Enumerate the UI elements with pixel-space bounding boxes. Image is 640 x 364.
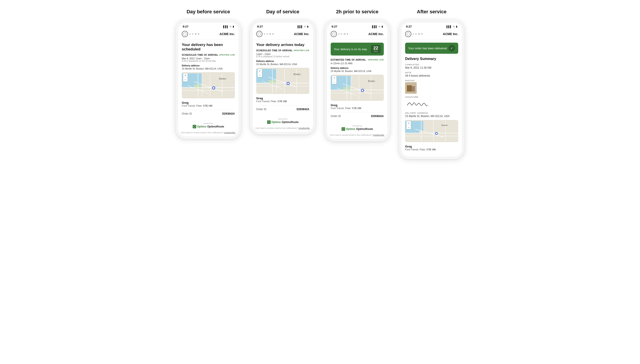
svg-text:Boston: Boston (368, 80, 375, 82)
optimo-text-3: Optimo (346, 128, 355, 130)
unsubscribe-link-2[interactable]: Unsubscribe. (298, 127, 310, 129)
optimo-route-2: OptimoRoute (282, 120, 299, 124)
map-controls-1[interactable]: + − (183, 74, 188, 82)
status-icons-2: ▌▌▌ ∿ ▮ (298, 25, 308, 28)
company-name-3: ACME Inc. (368, 32, 384, 36)
optimo-logo-3: OptimoOptimoRoute (327, 127, 387, 131)
app-logo-1: A C M E (182, 31, 200, 37)
logo-text-3: A C M E (338, 33, 349, 35)
logo-circle-2 (256, 31, 262, 37)
order-id-value-3: D293842A (371, 114, 384, 118)
map-controls-4[interactable]: + − (406, 121, 411, 129)
unsubscribe-text-2: Don't want to receive email or text noti… (256, 127, 298, 129)
svg-point-43 (362, 90, 363, 91)
svg-point-28 (287, 82, 289, 84)
unsubscribe-text-3: Don't want to receive email or text noti… (330, 134, 372, 136)
phone-section-1: Day before service 9:27 ▌▌▌ ∿ ▮ (176, 9, 241, 139)
order-id-value-1: D293842A (222, 112, 235, 115)
status-time-1: 9:27 (183, 25, 188, 28)
map-zoom-in-3[interactable]: + (332, 76, 336, 80)
order-row-3: Order ID D293842A (331, 112, 384, 120)
map-zoom-out-2[interactable]: − (258, 73, 262, 77)
driver-info-1: Greg Ford Transit, Plate: C7E U6I (182, 101, 235, 107)
optimo-icon-2 (267, 120, 271, 124)
order-id-label-2: Order ID (256, 108, 266, 111)
updated-live-3: UPDATED LIVE (368, 59, 384, 61)
optimo-icon-inner-1 (193, 126, 196, 128)
main-title-1: Your delivery has been scheduled (182, 43, 235, 52)
map-zoom-in-4[interactable]: + (406, 121, 411, 125)
map-3: Boston + − (331, 74, 384, 101)
delivery-address-value-4: 15 Myrtle St, Boston, MA 02114, USA (405, 114, 458, 118)
powered-by-1: powered by OptimoOptimoRoute (178, 120, 238, 130)
map-zoom-in-1[interactable]: + (183, 74, 188, 78)
svg-rect-46 (407, 85, 412, 89)
svg-rect-48 (407, 89, 412, 92)
note-value: All 4 boxes delivered. (405, 74, 458, 77)
address-label-1: Delivery address (182, 64, 235, 67)
unsubscribe-row-1: Don't want to receive email or text noti… (178, 130, 238, 136)
map-1: Boston + − (182, 72, 235, 98)
status-bar-3: 9:27 ▌▌▌ ∿ ▮ (327, 23, 387, 29)
map-zoom-out-4[interactable]: − (406, 125, 411, 129)
unsubscribe-row-2: Don't want to receive email or text noti… (253, 126, 313, 132)
status-time-2: 9:27 (257, 25, 263, 28)
unsubscribe-link-3[interactable]: Unsubscribe. (373, 134, 385, 136)
map-svg-2: Boston (256, 68, 309, 94)
section-title-2: Day of service (266, 9, 299, 15)
svg-point-13 (213, 87, 214, 88)
photo-thumb (405, 82, 417, 94)
map-controls-3[interactable]: + − (332, 76, 336, 84)
status-bar-4: 9:27 ▌▌▌ ∿ ▮ (402, 23, 462, 29)
status-time-3: 9:27 (332, 25, 337, 28)
status-bar-1: 9:27 ▌▌▌ ∿ ▮ (178, 23, 238, 29)
app-header-1: A C M E ACME Inc. (178, 29, 238, 40)
battery-icon: ▮ (233, 25, 234, 28)
optimo-logo-1: OptimoOptimoRoute (178, 125, 238, 128)
countdown-banner: Your delivery is on its way 22 MIN (331, 43, 384, 56)
map-controls-2[interactable]: + − (258, 69, 262, 77)
svg-point-60 (436, 133, 437, 134)
unsubscribe-row-3: Don't want to receive email or text noti… (327, 132, 387, 139)
order-id-value-2: D293842A (297, 108, 309, 111)
banner-text-4: Your order has been delivered (408, 47, 447, 50)
svg-text:Boston: Boston (442, 124, 448, 126)
order-row-2: Order ID D293842A (256, 105, 309, 113)
updated-live-2: UPDATED LIVE (294, 49, 309, 52)
address-label-3: Delivery address (331, 67, 384, 69)
powered-by-3: powered by OptimoOptimoRoute (327, 123, 387, 132)
phone-section-2: Day of service 9:27 ▌▌▌ ∿ ▮ A (250, 9, 316, 134)
map-zoom-out-1[interactable]: − (183, 78, 188, 82)
completed-value: Mar 8, 2021 11:30 AM (405, 66, 458, 69)
battery-icon-3: ▮ (382, 25, 383, 28)
status-icons-3: ▌▌▌ ∿ ▮ (372, 25, 383, 28)
arrival-label-3: Estimated time of arrival (331, 59, 366, 61)
company-name-1: ACME Inc. (220, 32, 235, 36)
arrival-note-2: ETA is displayed 1h before arrival. (256, 55, 309, 58)
app-logo-4: A C M E (405, 31, 423, 37)
company-name-4: ACME Inc. (443, 32, 458, 36)
driver-name-4: Greg (405, 145, 458, 148)
map-zoom-in-2[interactable]: + (258, 69, 262, 73)
driver-info-4: Greg Ford Transit, Plate: C7E U6I (405, 145, 458, 151)
signal-icon-3: ▌▌▌ (372, 25, 377, 28)
map-4: Boston + − (405, 120, 458, 142)
optimo-logo-2: OptimoOptimoRoute (253, 120, 313, 124)
wifi-icon: ∿ (230, 25, 232, 28)
order-id-label-1: Order ID (182, 112, 192, 115)
app-header-4: A C M E ACME Inc. (402, 29, 462, 40)
map-zoom-out-3[interactable]: − (332, 80, 336, 84)
banner-num-3: 22 (373, 46, 379, 50)
delivery-address-label-4: DELIVERY ADDRESS (405, 112, 458, 114)
photo-svg (405, 82, 417, 94)
section-title-4: After service (417, 9, 446, 15)
section-title-3: 2h prior to service (336, 9, 378, 15)
optimo-text-1: Optimo (197, 125, 206, 128)
logo-inner-1 (183, 32, 186, 36)
unsubscribe-link-1[interactable]: Unsubscribe. (224, 132, 236, 134)
phone-content-2: Your delivery arrives today Scheduled ti… (253, 40, 313, 116)
phone-content-3: Your delivery is on its way 22 MIN Estim… (327, 40, 387, 123)
banner-min-3: MIN (373, 50, 379, 52)
app-logo-2: A C M E (256, 31, 274, 37)
driver-name-1: Greg (182, 101, 235, 104)
